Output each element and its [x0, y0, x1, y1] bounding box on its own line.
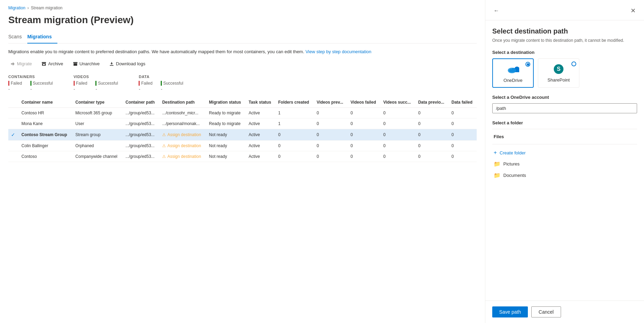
page-title: Stream migration (Preview)	[8, 15, 477, 26]
container-path-cell: .../group/ed53...	[123, 151, 159, 162]
container-type-cell: Stream group	[73, 129, 123, 141]
videos-prev-cell: 0	[314, 118, 348, 129]
dest-cell: .../contosohr_micr...	[159, 108, 206, 118]
containers-failed-stat: Failed -	[8, 81, 22, 92]
data-prev-cell: 0	[416, 141, 449, 151]
containers-label: Containers	[8, 75, 53, 79]
col-data-prev: Data previo...	[416, 97, 449, 108]
col-videos-succ: Videos succ...	[381, 97, 416, 108]
cancel-button[interactable]: Cancel	[531, 306, 561, 317]
col-migration-status: Migration status	[206, 97, 246, 108]
onedrive-card[interactable]: OneDrive	[492, 58, 534, 88]
row-check[interactable]	[8, 151, 19, 162]
dest-cell[interactable]: Assign destination	[159, 151, 206, 162]
account-section-label: Select a OneDrive account	[492, 95, 637, 100]
files-divider	[492, 144, 637, 144]
row-check[interactable]: ✓	[8, 129, 19, 141]
col-task-status: Task status	[246, 97, 276, 108]
container-type-cell: Companywide channel	[73, 151, 123, 162]
migrate-button[interactable]: Migrate	[8, 60, 34, 68]
data-prev-cell: 0	[416, 108, 449, 118]
migration-status-cell: Ready to migrate	[206, 108, 246, 118]
pictures-folder-item[interactable]: 📁 Pictures	[492, 158, 637, 170]
archive-button[interactable]: Archive	[39, 60, 65, 68]
container-type-cell: Microsoft 365 group	[73, 108, 123, 118]
row-check[interactable]	[8, 118, 19, 129]
data-prev-cell: 0	[416, 151, 449, 162]
tab-migrations[interactable]: Migrations	[27, 31, 57, 44]
doc-link[interactable]: View step by step documentation	[306, 49, 372, 54]
dest-cell[interactable]: Assign destination	[159, 141, 206, 151]
videos-prev-cell: 0	[314, 141, 348, 151]
container-path-cell: .../group/ed53...	[123, 118, 159, 129]
panel-close-button[interactable]: ✕	[629, 6, 637, 16]
migrations-table: Container name Container type Container …	[8, 97, 477, 162]
account-input[interactable]	[492, 103, 637, 113]
documents-folder-item[interactable]: 📁 Documents	[492, 170, 637, 181]
col-dest-path: Destination path	[159, 97, 206, 108]
table-row[interactable]: Contoso Companywide channel .../group/ed…	[8, 151, 477, 162]
task-status-cell: Active	[246, 129, 276, 141]
folders-cell: 1	[276, 118, 314, 129]
download-icon	[109, 61, 114, 66]
videos-failed-cell: 0	[348, 118, 381, 129]
assign-dest-link[interactable]: Assign destination	[162, 154, 203, 159]
folders-cell: 0	[276, 141, 314, 151]
folders-cell: 1	[276, 108, 314, 118]
main-content: Migration › Stream migration Stream migr…	[0, 0, 485, 323]
videos-succ-cell: 0	[381, 151, 416, 162]
migration-status-cell: Not ready	[206, 129, 246, 141]
data-failed-cell: 0	[449, 118, 477, 129]
create-folder-label: Create folder	[500, 150, 525, 155]
panel-title: Select destination path	[492, 27, 637, 35]
unarchive-button[interactable]: Unarchive	[71, 60, 102, 68]
table-row[interactable]: Contoso HR Microsoft 365 group .../group…	[8, 108, 477, 118]
task-status-cell: Active	[246, 141, 276, 151]
breadcrumb: Migration › Stream migration	[8, 6, 477, 10]
breadcrumb-parent-link[interactable]: Migration	[8, 6, 25, 10]
sharepoint-icon: S	[552, 63, 565, 75]
svg-point-2	[508, 68, 516, 73]
create-folder-item[interactable]: + Create folder	[492, 147, 637, 158]
videos-succ-cell: 0	[381, 118, 416, 129]
archive-icon	[41, 61, 46, 66]
description-text: Migrations enable you to migrate content…	[8, 49, 477, 54]
folders-cell: 0	[276, 151, 314, 162]
assign-dest-link[interactable]: Assign destination	[162, 132, 203, 137]
folder-icon-pictures: 📁	[494, 161, 501, 167]
tab-bar: Scans Migrations	[8, 31, 477, 44]
table-row[interactable]: Mona Kane User .../group/ed53... .../per…	[8, 118, 477, 129]
table-row[interactable]: ✓ Contoso Stream Group Stream group .../…	[8, 129, 477, 141]
task-status-cell: Active	[246, 118, 276, 129]
dest-cell[interactable]: Assign destination	[159, 129, 206, 141]
container-name-cell: Mona Kane	[19, 118, 73, 129]
assign-dest-link[interactable]: Assign destination	[162, 143, 203, 148]
panel-back-button[interactable]: ←	[492, 6, 501, 15]
col-data-failed: Data failed	[449, 97, 477, 108]
data-failed-cell: 0	[449, 129, 477, 141]
row-check[interactable]	[8, 108, 19, 118]
tab-scans[interactable]: Scans	[8, 31, 27, 44]
select-destination-label: Select a destination	[492, 50, 637, 55]
row-check[interactable]	[8, 141, 19, 151]
files-label: Files	[492, 132, 637, 141]
col-container-path: Container path	[123, 97, 159, 108]
save-path-button[interactable]: Save path	[492, 306, 528, 317]
download-logs-button[interactable]: Download logs	[107, 60, 147, 68]
table-row[interactable]: Colin Ballinger Orphaned .../group/ed53.…	[8, 141, 477, 151]
data-stats: Data Failed - Successful -	[139, 75, 183, 92]
col-check	[8, 97, 19, 108]
videos-prev-cell: 0	[314, 108, 348, 118]
dest-cell: .../personal/monak...	[159, 118, 206, 129]
data-failed-stat: Failed -	[139, 81, 152, 92]
table-header-row: Container name Container type Container …	[8, 97, 477, 108]
data-label: Data	[139, 75, 183, 79]
sharepoint-card[interactable]: S SharePoint	[538, 58, 579, 88]
containers-stats: Containers Failed - Successful -	[8, 75, 53, 92]
videos-failed-cell: 0	[348, 141, 381, 151]
videos-label: Videos	[74, 75, 118, 79]
container-path-cell: .../group/ed53...	[123, 129, 159, 141]
col-folders: Folders created	[276, 97, 314, 108]
breadcrumb-separator: ›	[27, 6, 29, 10]
sharepoint-radio	[571, 61, 576, 66]
